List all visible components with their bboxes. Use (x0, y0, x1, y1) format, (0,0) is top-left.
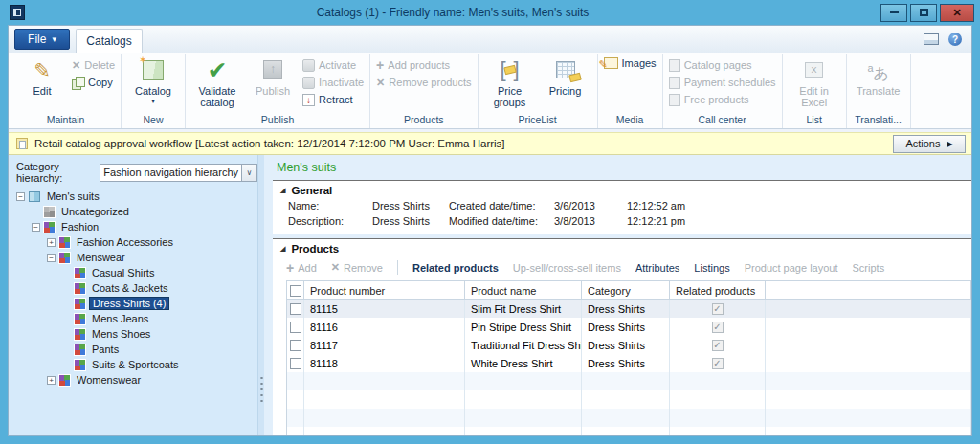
ribbon-group-products: + Add products ✕ Remove products Product… (370, 54, 478, 128)
table-row[interactable]: 81117 Traditional Fit Dress Shirt Dress … (287, 336, 971, 354)
table-row[interactable]: 81115 Slim Fit Dress Shirt Dress Shirts … (287, 300, 971, 318)
catalog-icon: ✶ (143, 60, 164, 80)
group-label-pricelist: PriceList (479, 114, 597, 128)
tree-item-mens-suits[interactable]: − Men's suits (14, 189, 257, 204)
section-collapse-icon: ◢ (280, 245, 285, 253)
related-products-tab[interactable]: Related products (412, 262, 499, 274)
collapse-icon[interactable]: − (16, 192, 25, 201)
splitter-grip[interactable] (260, 375, 263, 402)
tree-item-fashion-accessories[interactable]: + Fashion Accessories (14, 234, 257, 250)
tree-item-suits-sportcoats[interactable]: Suits & Sportcoats (14, 357, 257, 372)
price-groups-button[interactable]: [] Price groups (484, 56, 536, 109)
ribbon-group-pricelist: [] Price groups Pricing PriceList (479, 54, 598, 128)
collapse-icon[interactable]: − (47, 254, 56, 262)
help-icon[interactable]: ? (948, 33, 962, 46)
images-button[interactable]: ✎ Images (604, 56, 657, 71)
remove-x-icon: ✕ (331, 261, 340, 274)
row-checkbox[interactable] (290, 303, 301, 315)
attributes-tab[interactable]: Attributes (635, 262, 679, 274)
tree-item-menswear[interactable]: − Menswear (14, 250, 257, 265)
select-all-checkbox[interactable] (290, 285, 301, 297)
category-icon (75, 283, 85, 294)
expand-icon[interactable]: + (47, 238, 56, 247)
product-page-layout-tab[interactable]: Product page layout (745, 262, 838, 274)
add-products-button[interactable]: + Add products (376, 57, 471, 73)
related-checkbox: ✓ (712, 303, 724, 315)
col-product-name: Product name (465, 281, 582, 300)
validate-catalog-button[interactable]: ✔ Validate catalog (191, 56, 243, 109)
maximize-icon (920, 9, 928, 16)
minimize-button[interactable] (880, 4, 907, 22)
copy-button[interactable]: Copy (72, 75, 115, 90)
activate-button[interactable]: Activate (302, 57, 364, 73)
empty-row (287, 372, 971, 390)
remove-products-button[interactable]: ✕ Remove products (376, 75, 471, 90)
tree-item-mens-jeans[interactable]: Mens Jeans (14, 311, 257, 326)
listings-tab[interactable]: Listings (694, 262, 729, 274)
tree-item-dress-shirts[interactable]: Dress Shirts (4) (14, 296, 257, 311)
tree-item-casual-shirts[interactable]: Casual Shirts (14, 265, 257, 280)
catalog-root-icon (29, 191, 40, 202)
row-checkbox[interactable] (290, 322, 301, 333)
group-label-list: List (783, 114, 846, 128)
row-checkbox[interactable] (290, 340, 301, 351)
category-icon (75, 360, 85, 370)
scripts-tab[interactable]: Scripts (853, 262, 885, 274)
layout-toggle-icon[interactable] (924, 33, 939, 45)
publish-button[interactable]: ↑ Publish (247, 56, 299, 97)
general-section-header[interactable]: ◢ General (273, 181, 971, 199)
panel-splitter[interactable] (257, 155, 264, 435)
row-checkbox[interactable] (290, 358, 301, 369)
table-row[interactable]: 81118 White Dress Shirt Dress Shirts ✓ (287, 354, 971, 372)
catalog-pages-button[interactable]: Catalog pages (669, 57, 776, 73)
description-value: Dress Shirts (372, 215, 449, 227)
actions-button[interactable]: Actions ▶ (893, 135, 966, 153)
delete-button[interactable]: ✕ Delete (72, 57, 115, 73)
payment-schedules-icon (669, 77, 680, 89)
chevron-down-icon[interactable]: ∨ (241, 165, 256, 181)
collapse-icon[interactable]: − (32, 223, 40, 232)
close-button[interactable]: ✕ (940, 4, 974, 22)
tree-item-coats-jackets[interactable]: Coats & Jackets (14, 280, 257, 296)
translate-icon: aあ (867, 57, 889, 82)
tree-item-pants[interactable]: Pants (14, 342, 257, 357)
new-star-icon: ✶ (139, 55, 146, 65)
add-button[interactable]: + Add (286, 262, 317, 274)
related-checkbox: ✓ (712, 322, 724, 333)
actions-arrow-icon: ▶ (947, 140, 952, 148)
file-menu-button[interactable]: File ▾ (14, 29, 70, 50)
maximize-button[interactable] (910, 4, 937, 22)
catalog-button[interactable]: ✶ Catalog ▾ (127, 56, 179, 106)
hierarchy-dropdown[interactable]: Fashion navigation hierarchy ∨ (100, 164, 257, 182)
catalog-dropdown-icon: ▾ (151, 98, 155, 106)
catalog-pages-icon (669, 59, 680, 72)
modified-label: Modified date/time: (449, 215, 554, 227)
category-title: Men's suits (264, 155, 971, 180)
tree-item-uncategorized[interactable]: Uncategorized (14, 204, 257, 219)
products-section-header[interactable]: ◢ Products (273, 239, 971, 257)
remove-button[interactable]: ✕ Remove (331, 261, 383, 274)
inactivate-button[interactable]: Inactivate (302, 75, 364, 90)
group-label-translations: Translati... (847, 114, 910, 128)
retract-button[interactable]: ↓ Retract (302, 92, 364, 107)
free-products-button[interactable]: Free products (669, 92, 776, 107)
tree-item-womenswear[interactable]: + Womenswear (14, 372, 257, 388)
edit-in-excel-button[interactable]: X Edit in Excel (789, 56, 840, 109)
ribbon-group-publish: ✔ Validate catalog ↑ Publish Activate (186, 54, 370, 128)
hierarchy-value: Fashion navigation hierarchy (100, 165, 241, 181)
tree-item-fashion[interactable]: − Fashion (14, 219, 257, 234)
toolbar-divider (397, 260, 398, 275)
translate-button[interactable]: aあ Translate (853, 56, 904, 97)
workflow-message: Retail catalog approval workflow [Latest… (34, 138, 505, 149)
ribbon: ✎ Edit ✕ Delete Copy Maintain (9, 53, 971, 129)
pricing-button[interactable]: Pricing (540, 56, 591, 97)
expand-icon[interactable]: + (47, 376, 56, 385)
category-icon (75, 299, 85, 309)
edit-button[interactable]: ✎ Edit (16, 56, 68, 97)
payment-schedules-button[interactable]: Payment schedules (669, 75, 776, 90)
table-row[interactable]: 81116 Pin Stripe Dress Shirt Dress Shirt… (287, 318, 971, 336)
upsell-crosssell-tab[interactable]: Up-sell/cross-sell items (513, 262, 621, 274)
tab-catalogs[interactable]: Catalogs (76, 29, 143, 53)
tree-item-mens-shoes[interactable]: Mens Shoes (14, 326, 257, 342)
col-category: Category (582, 281, 670, 300)
